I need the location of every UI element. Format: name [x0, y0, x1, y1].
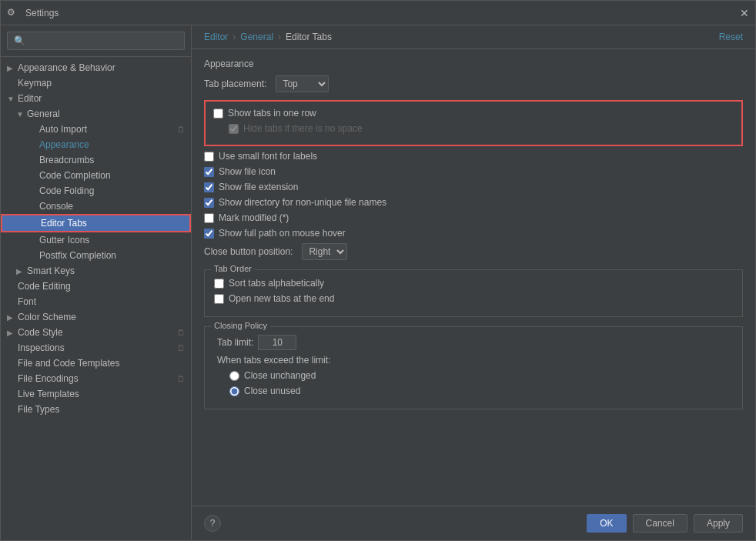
breadcrumb-editor-tabs: Editor Tabs	[286, 32, 332, 42]
show-file-extension-label: Show file extension	[219, 182, 298, 192]
show-tabs-in-one-row-row[interactable]: Show tabs in one row	[213, 108, 734, 119]
show-directory-row[interactable]: Show directory for non-unique file names	[204, 197, 743, 208]
sidebar-item-label: File Encodings	[18, 373, 174, 384]
sidebar-item-postfix-completion[interactable]: Postfix Completion	[1, 248, 191, 263]
sidebar-item-label: File and Code Templates	[18, 358, 185, 369]
sidebar-item-code-completion[interactable]: Code Completion	[1, 168, 191, 183]
close-unused-row[interactable]: Close unused	[229, 386, 733, 396]
sidebar-item-label: Code Editing	[18, 281, 185, 292]
show-directory-label: Show directory for non-unique file names	[219, 197, 386, 208]
sort-tabs-alpha-label: Sort tabs alphabetically	[229, 278, 324, 289]
sidebar-item-label: General	[27, 109, 185, 119]
sidebar-item-code-folding[interactable]: Code Folding	[1, 183, 191, 199]
sidebar-item-label: Inspections	[18, 342, 174, 353]
settings-tree: ▶ Appearance & Behavior Keymap ▼ Editor …	[1, 57, 191, 540]
show-full-path-row[interactable]: Show full path on mouse hover	[204, 228, 743, 239]
tab-limit-row: Tab limit:	[217, 335, 733, 350]
tab-placement-select[interactable]: Top Bottom Left Right None	[276, 75, 329, 92]
tab-placement-row: Tab placement: Top Bottom Left Right Non…	[204, 75, 743, 92]
arrow-icon: ▶	[7, 64, 18, 72]
show-file-extension-row[interactable]: Show file extension	[204, 182, 743, 192]
close-button-position-select[interactable]: Right Left None	[302, 243, 347, 260]
sidebar-item-font[interactable]: Font	[1, 294, 191, 309]
close-unused-label: Close unused	[244, 386, 300, 396]
hide-tabs-if-no-space-checkbox[interactable]	[229, 124, 239, 134]
hide-tabs-if-no-space-row[interactable]: Hide tabs if there is no space	[229, 123, 734, 134]
sidebar-item-color-scheme[interactable]: ▶ Color Scheme	[1, 309, 191, 325]
tab-order-label: Tab Order	[211, 264, 255, 273]
sidebar-item-label: Breadcrumbs	[39, 155, 185, 165]
show-file-extension-checkbox[interactable]	[204, 182, 214, 192]
reset-button[interactable]: Reset	[719, 32, 743, 42]
search-input[interactable]	[7, 32, 185, 50]
sidebar-item-keymap[interactable]: Keymap	[1, 75, 191, 91]
sidebar-item-label: Auto Import	[39, 124, 174, 135]
sidebar: ▶ Appearance & Behavior Keymap ▼ Editor …	[1, 25, 192, 540]
show-full-path-checkbox[interactable]	[204, 229, 214, 239]
mark-modified-checkbox[interactable]	[204, 213, 214, 223]
tab-limit-label: Tab limit:	[217, 337, 253, 348]
show-file-icon-row[interactable]: Show file icon	[204, 166, 743, 177]
close-button-position-label: Close button position:	[204, 246, 293, 257]
close-unchanged-row[interactable]: Close unchanged	[229, 370, 733, 381]
sidebar-item-file-code-templates[interactable]: File and Code Templates	[1, 356, 191, 371]
cancel-button[interactable]: Cancel	[633, 514, 687, 533]
close-unchanged-radio[interactable]	[229, 371, 239, 381]
apply-button[interactable]: Apply	[694, 514, 743, 533]
arrow-icon: ▼	[16, 110, 27, 119]
sidebar-item-label: Gutter Icons	[39, 235, 185, 245]
show-directory-checkbox[interactable]	[204, 198, 214, 208]
show-tabs-in-one-row-checkbox[interactable]	[213, 109, 223, 119]
open-new-tabs-end-checkbox[interactable]	[214, 294, 224, 304]
sidebar-item-file-types[interactable]: File Types	[1, 402, 191, 417]
open-new-tabs-end-row[interactable]: Open new tabs at the end	[214, 293, 733, 304]
sidebar-item-label: Code Completion	[39, 170, 185, 181]
tab-limit-input[interactable]	[258, 335, 296, 350]
show-file-icon-checkbox[interactable]	[204, 167, 214, 177]
sidebar-item-code-editing[interactable]: Code Editing	[1, 279, 191, 294]
close-unused-radio[interactable]	[229, 386, 239, 396]
use-small-font-checkbox[interactable]	[204, 152, 214, 162]
search-box	[1, 25, 191, 57]
sidebar-item-auto-import[interactable]: Auto Import 🗒	[1, 122, 191, 137]
appearance-label: Appearance	[204, 58, 743, 69]
sidebar-item-general[interactable]: ▼ General	[1, 106, 191, 122]
file-icon: 🗒	[177, 125, 185, 134]
highlighted-options-box: Show tabs in one row Hide tabs if there …	[204, 100, 743, 146]
sidebar-item-gutter-icons[interactable]: Gutter Icons	[1, 232, 191, 248]
sidebar-item-live-templates[interactable]: Live Templates	[1, 386, 191, 402]
footer-left: ?	[204, 515, 221, 532]
show-tabs-in-one-row-label: Show tabs in one row	[228, 108, 316, 119]
sidebar-item-breadcrumbs[interactable]: Breadcrumbs	[1, 152, 191, 168]
ok-button[interactable]: OK	[587, 514, 626, 533]
sort-tabs-alpha-checkbox[interactable]	[214, 279, 224, 289]
use-small-font-label: Use small font for labels	[219, 151, 317, 162]
sidebar-item-file-encodings[interactable]: File Encodings 🗒	[1, 371, 191, 386]
main-panel: Editor › General › Editor Tabs Reset App…	[192, 25, 755, 540]
sidebar-item-label: Smart Keys	[27, 265, 185, 276]
help-button[interactable]: ?	[204, 515, 221, 532]
show-full-path-label: Show full path on mouse hover	[219, 228, 346, 239]
appearance-section: Appearance Tab placement: Top Bottom Lef…	[204, 58, 743, 260]
close-unchanged-label: Close unchanged	[244, 370, 316, 381]
sidebar-item-editor[interactable]: ▼ Editor	[1, 91, 191, 106]
arrow-icon: ▶	[7, 329, 18, 337]
sidebar-item-inspections[interactable]: Inspections 🗒	[1, 340, 191, 356]
sidebar-item-editor-tabs[interactable]: Editor Tabs	[1, 214, 191, 232]
sidebar-item-label: Postfix Completion	[39, 250, 185, 261]
close-button[interactable]: ✕	[740, 7, 749, 19]
sidebar-item-label: Font	[18, 296, 185, 307]
sidebar-item-console[interactable]: Console	[1, 199, 191, 214]
tab-placement-label: Tab placement:	[204, 78, 266, 89]
use-small-font-row[interactable]: Use small font for labels	[204, 151, 743, 162]
sort-tabs-alpha-row[interactable]: Sort tabs alphabetically	[214, 278, 733, 289]
show-file-icon-label: Show file icon	[219, 166, 276, 177]
sidebar-item-smart-keys[interactable]: ▶ Smart Keys	[1, 263, 191, 279]
sidebar-item-code-style[interactable]: ▶ Code Style 🗒	[1, 325, 191, 340]
sidebar-item-label: File Types	[18, 404, 185, 415]
sidebar-item-appearance-behavior[interactable]: ▶ Appearance & Behavior	[1, 60, 191, 75]
sidebar-item-appearance[interactable]: Appearance	[1, 137, 191, 152]
tab-order-section: Tab Order Sort tabs alphabetically Open …	[204, 269, 743, 317]
mark-modified-row[interactable]: Mark modified (*)	[204, 212, 743, 223]
sidebar-item-label: Editor Tabs	[41, 218, 183, 229]
